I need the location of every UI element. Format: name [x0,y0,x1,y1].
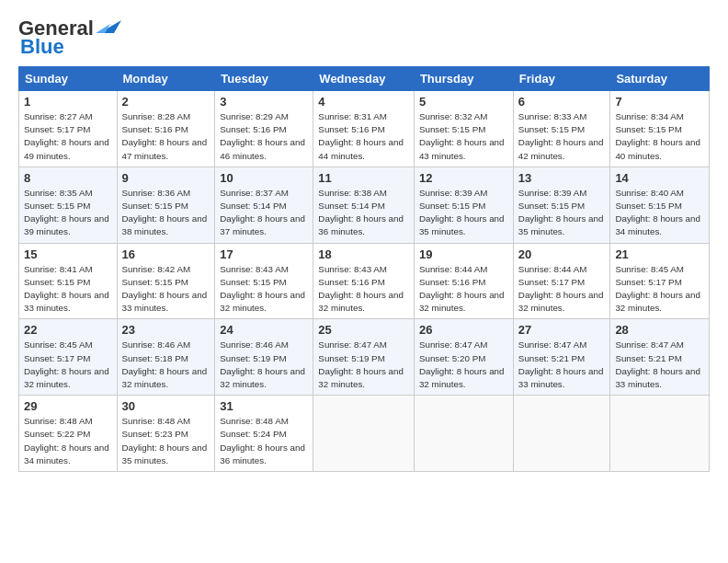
table-row: 8 Sunrise: 8:35 AMSunset: 5:15 PMDayligh… [19,167,118,243]
day-info: Sunrise: 8:45 AMSunset: 5:17 PMDaylight:… [615,264,700,314]
empty-cell [313,396,415,472]
day-number: 30 [122,399,210,413]
day-info: Sunrise: 8:44 AMSunset: 5:16 PMDaylight:… [419,264,505,314]
day-number: 21 [615,247,704,261]
day-number: 27 [518,323,606,337]
day-info: Sunrise: 8:47 AMSunset: 5:21 PMDaylight:… [518,339,604,389]
day-number: 4 [318,95,409,109]
table-row: 15 Sunrise: 8:41 AMSunset: 5:15 PMDaylig… [19,243,118,319]
day-info: Sunrise: 8:48 AMSunset: 5:23 PMDaylight:… [122,416,208,465]
empty-cell [513,396,610,472]
day-number: 24 [220,323,308,337]
day-number: 5 [419,95,508,109]
day-info: Sunrise: 8:35 AMSunset: 5:15 PMDaylight:… [24,188,109,237]
table-row: 16 Sunrise: 8:42 AMSunset: 5:15 PMDaylig… [117,243,215,319]
day-number: 3 [220,95,308,109]
day-info: Sunrise: 8:41 AMSunset: 5:15 PMDaylight:… [24,264,109,314]
header-thursday: Thursday [414,67,513,91]
day-number: 6 [518,95,606,109]
day-number: 18 [318,247,409,261]
table-row: 24 Sunrise: 8:46 AMSunset: 5:19 PMDaylig… [215,319,313,396]
table-row: 22 Sunrise: 8:45 AMSunset: 5:17 PMDaylig… [19,319,118,396]
day-number: 31 [220,399,308,413]
day-number: 22 [24,323,112,337]
table-row: 2 Sunrise: 8:28 AMSunset: 5:16 PMDayligh… [117,91,215,167]
table-row: 27 Sunrise: 8:47 AMSunset: 5:21 PMDaylig… [513,319,610,396]
weekday-header-row: Sunday Monday Tuesday Wednesday Thursday… [19,67,710,91]
day-number: 10 [220,171,308,185]
day-number: 29 [24,399,112,413]
page-header: General Blue [18,17,710,59]
table-row: 20 Sunrise: 8:44 AMSunset: 5:17 PMDaylig… [513,243,610,319]
table-row: 5 Sunrise: 8:32 AMSunset: 5:15 PMDayligh… [414,91,513,167]
day-info: Sunrise: 8:33 AMSunset: 5:15 PMDaylight:… [518,111,604,161]
calendar-page: General Blue Sunday Monday Tuesday Wedne… [0,0,728,481]
day-number: 2 [122,95,210,109]
table-row: 29 Sunrise: 8:48 AMSunset: 5:22 PMDaylig… [19,396,118,472]
day-info: Sunrise: 8:48 AMSunset: 5:24 PMDaylight:… [220,416,305,465]
table-row: 3 Sunrise: 8:29 AMSunset: 5:16 PMDayligh… [215,91,313,167]
day-number: 17 [220,247,308,261]
table-row: 12 Sunrise: 8:39 AMSunset: 5:15 PMDaylig… [414,167,513,243]
week-row: 1 Sunrise: 8:27 AMSunset: 5:17 PMDayligh… [19,91,710,167]
day-info: Sunrise: 8:31 AMSunset: 5:16 PMDaylight:… [318,111,404,161]
day-number: 14 [615,171,704,185]
day-info: Sunrise: 8:37 AMSunset: 5:14 PMDaylight:… [220,188,305,237]
table-row: 28 Sunrise: 8:47 AMSunset: 5:21 PMDaylig… [610,319,710,396]
day-info: Sunrise: 8:47 AMSunset: 5:19 PMDaylight:… [318,339,404,389]
table-row: 13 Sunrise: 8:39 AMSunset: 5:15 PMDaylig… [513,167,610,243]
day-info: Sunrise: 8:46 AMSunset: 5:19 PMDaylight:… [220,339,305,389]
table-row: 7 Sunrise: 8:34 AMSunset: 5:15 PMDayligh… [610,91,710,167]
table-row: 1 Sunrise: 8:27 AMSunset: 5:17 PMDayligh… [19,91,118,167]
table-row: 17 Sunrise: 8:43 AMSunset: 5:15 PMDaylig… [215,243,313,319]
day-number: 15 [24,247,112,261]
day-number: 25 [318,323,409,337]
day-number: 28 [615,323,704,337]
table-row: 4 Sunrise: 8:31 AMSunset: 5:16 PMDayligh… [313,91,415,167]
table-row: 6 Sunrise: 8:33 AMSunset: 5:15 PMDayligh… [513,91,610,167]
day-number: 9 [122,171,210,185]
table-row: 21 Sunrise: 8:45 AMSunset: 5:17 PMDaylig… [610,243,710,319]
header-sunday: Sunday [19,67,118,91]
day-number: 13 [518,171,606,185]
empty-cell [414,396,513,472]
week-row: 22 Sunrise: 8:45 AMSunset: 5:17 PMDaylig… [19,319,710,396]
table-row: 10 Sunrise: 8:37 AMSunset: 5:14 PMDaylig… [215,167,313,243]
day-info: Sunrise: 8:28 AMSunset: 5:16 PMDaylight:… [122,111,208,161]
day-info: Sunrise: 8:34 AMSunset: 5:15 PMDaylight:… [615,111,700,161]
day-number: 11 [318,171,409,185]
day-number: 7 [615,95,704,109]
calendar-table: Sunday Monday Tuesday Wednesday Thursday… [18,66,710,472]
day-info: Sunrise: 8:46 AMSunset: 5:18 PMDaylight:… [122,339,208,389]
day-number: 23 [122,323,210,337]
week-row: 15 Sunrise: 8:41 AMSunset: 5:15 PMDaylig… [19,243,710,319]
day-info: Sunrise: 8:42 AMSunset: 5:15 PMDaylight:… [122,264,208,314]
table-row: 31 Sunrise: 8:48 AMSunset: 5:24 PMDaylig… [215,396,313,472]
day-number: 26 [419,323,508,337]
table-row: 26 Sunrise: 8:47 AMSunset: 5:20 PMDaylig… [414,319,513,396]
day-info: Sunrise: 8:47 AMSunset: 5:21 PMDaylight:… [615,339,700,389]
day-number: 19 [419,247,508,261]
day-info: Sunrise: 8:39 AMSunset: 5:15 PMDaylight:… [419,188,505,237]
day-info: Sunrise: 8:36 AMSunset: 5:15 PMDaylight:… [122,188,208,237]
week-row: 29 Sunrise: 8:48 AMSunset: 5:22 PMDaylig… [19,396,710,472]
logo-wing-icon [96,17,121,37]
day-info: Sunrise: 8:32 AMSunset: 5:15 PMDaylight:… [419,111,505,161]
logo: General Blue [18,17,121,59]
day-info: Sunrise: 8:43 AMSunset: 5:15 PMDaylight:… [220,264,305,314]
day-info: Sunrise: 8:47 AMSunset: 5:20 PMDaylight:… [419,339,505,389]
header-monday: Monday [117,67,215,91]
table-row: 14 Sunrise: 8:40 AMSunset: 5:15 PMDaylig… [610,167,710,243]
header-tuesday: Tuesday [215,67,313,91]
header-saturday: Saturday [610,67,710,91]
day-info: Sunrise: 8:29 AMSunset: 5:16 PMDaylight:… [220,111,305,161]
day-number: 12 [419,171,508,185]
day-info: Sunrise: 8:27 AMSunset: 5:17 PMDaylight:… [24,111,109,161]
day-number: 20 [518,247,606,261]
day-info: Sunrise: 8:43 AMSunset: 5:16 PMDaylight:… [318,264,404,314]
table-row: 11 Sunrise: 8:38 AMSunset: 5:14 PMDaylig… [313,167,415,243]
logo-blue: Blue [20,35,64,59]
day-number: 16 [122,247,210,261]
header-friday: Friday [513,67,610,91]
table-row: 25 Sunrise: 8:47 AMSunset: 5:19 PMDaylig… [313,319,415,396]
